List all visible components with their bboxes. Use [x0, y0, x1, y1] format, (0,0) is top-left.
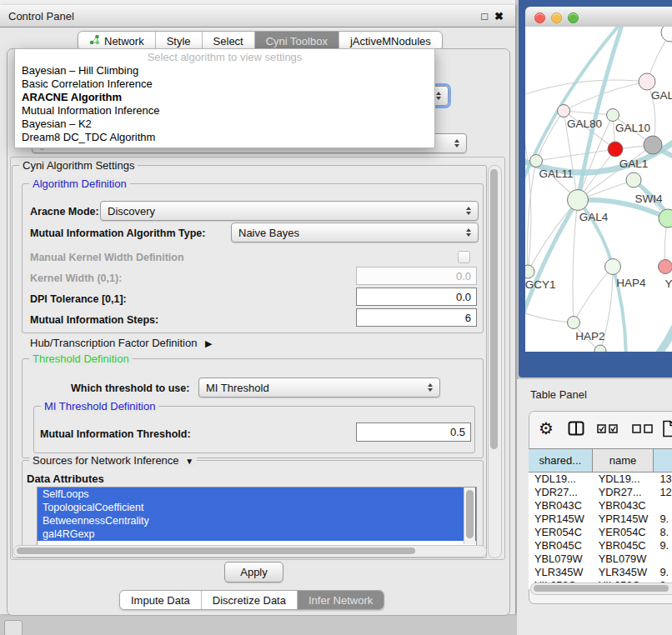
settings-vertical-scrollbar[interactable] [488, 165, 502, 558]
manual-kernel-label: Manual Kernel Width Definition [30, 252, 184, 263]
column-header-item[interactable] [654, 449, 672, 472]
node-swi4[interactable] [626, 172, 641, 188]
mi-steps-field[interactable]: 6 [356, 308, 477, 327]
algorithm-option-bayesian-hill-climbing[interactable]: Bayesian – Hill Climbing [15, 64, 434, 78]
dpi-tolerance-field[interactable]: 0.0 [356, 288, 477, 306]
network-canvas[interactable]: GALGAL80GAL10GAL1GAL11SWI4GAL4GCY1HAP4YH… [525, 27, 672, 352]
mi-type-label: Mutual Information Algorithm Type: [30, 228, 205, 239]
table-row[interactable]: YBR045CYBR045C9. [529, 539, 672, 552]
table-row[interactable]: YDR27...YDR27...12 [529, 486, 672, 499]
node-label-gal4: GAL4 [579, 211, 609, 223]
mi-algorithm-type-combobox[interactable]: Naive Bayes [231, 222, 479, 242]
split-column-icon[interactable] [568, 419, 584, 438]
table-horizontal-scrollbar[interactable] [530, 582, 672, 595]
node-gcy1[interactable] [525, 265, 534, 278]
network-edge[interactable] [527, 161, 536, 272]
checked-boxes-icon[interactable] [597, 419, 619, 438]
node-y[interactable] [659, 260, 672, 274]
network-edge[interactable] [574, 267, 613, 322]
table-cell: YPR145W [593, 512, 654, 526]
table-cell: YDL19... [529, 472, 593, 486]
network-window-titlebar[interactable] [525, 7, 672, 28]
apply-button[interactable]: Apply [224, 562, 283, 582]
network-edge[interactable] [525, 80, 647, 98]
network-edge[interactable] [564, 111, 613, 115]
node-gal80[interactable] [558, 105, 570, 118]
tab-network[interactable]: Network [78, 32, 155, 50]
combo-arrows-icon [459, 228, 471, 237]
control-panel-titlebar: Control Panel □ ✖ [0, 5, 515, 28]
node-item[interactable] [644, 136, 662, 154]
node-item[interactable] [594, 345, 606, 352]
attributes-list-scrollbar[interactable] [464, 488, 475, 544]
gear-icon[interactable]: ⚙ [539, 419, 554, 438]
sources-title[interactable]: Sources for Network Inference ▼ [29, 454, 197, 467]
data-attributes-list[interactable]: SelfLoopsTopologicalCoefficientBetweenne… [37, 487, 477, 547]
manual-kernel-checkbox[interactable] [458, 251, 470, 263]
table-row[interactable]: YBR043CYBR043C [529, 499, 672, 512]
tab-discretize-data[interactable]: Discretize Data [201, 591, 297, 609]
aracne-mode-combobox[interactable]: Discovery [100, 201, 479, 221]
table-row[interactable]: YDL19...YDL19...13 [529, 472, 672, 486]
algorithm-option-mutual-information-inference[interactable]: Mutual Information Inference [15, 104, 434, 118]
table-cell: 8. [654, 526, 672, 539]
network-edge[interactable] [573, 200, 578, 322]
collapsed-panel-icon[interactable] [4, 620, 23, 635]
tab-select[interactable]: Select [202, 32, 254, 50]
settings-horizontal-scrollbar[interactable] [13, 545, 487, 558]
network-edge[interactable] [536, 111, 564, 161]
table-cell: YBR043C [593, 499, 654, 512]
attribute-item-topologicalcoefficient[interactable]: TopologicalCoefficient [38, 501, 476, 514]
column-header-shared[interactable]: shared... [529, 449, 593, 472]
attribute-item-selfloops[interactable]: SelfLoops [38, 488, 476, 501]
attribute-item-betweennesscentrality[interactable]: BetweennessCentrality [38, 514, 476, 528]
network-graph[interactable]: GALGAL80GAL10GAL1GAL11SWI4GAL4GCY1HAP4YH… [525, 27, 672, 352]
combo-arrows-icon [448, 139, 459, 148]
attribute-item-gal4rgexp[interactable]: gal4RGexp [38, 528, 476, 541]
tab-infer-network[interactable]: Infer Network [297, 591, 384, 609]
mi-threshold-field[interactable]: 0.5 [356, 422, 471, 442]
network-edge[interactable] [635, 283, 672, 352]
tab-jactivemnodules[interactable]: jActiveMNodules [339, 32, 442, 50]
network-edge[interactable] [536, 149, 615, 161]
table-cell: YBR045C [593, 539, 654, 552]
table-row[interactable]: YER054CYER054C8. [529, 526, 672, 539]
document-icon[interactable] [662, 419, 672, 438]
algorithm-option-aracne-algorithm[interactable]: ARACNE Algorithm [15, 91, 434, 104]
tab-label: Cyni Toolbox [266, 35, 328, 48]
close-icon[interactable]: ✖ [494, 10, 504, 22]
kernel-width-field[interactable]: 0.0 [356, 267, 477, 285]
network-edge[interactable] [525, 98, 531, 272]
node-item[interactable] [661, 27, 672, 42]
tab-impute-data[interactable]: Impute Data [120, 591, 201, 609]
node-gal10[interactable] [607, 109, 619, 122]
tab-style[interactable]: Style [155, 32, 202, 50]
zoom-traffic-icon[interactable] [568, 12, 579, 23]
node-gal11[interactable] [530, 155, 543, 168]
algorithm-option-basic-correlation-inference[interactable]: Basic Correlation Inference [15, 78, 434, 91]
column-header-name[interactable]: name [593, 449, 654, 472]
network-edge[interactable] [525, 306, 574, 322]
hub-definition-toggle[interactable]: Hub/Transcription Factor Definition ▶ [30, 337, 212, 349]
network-view-window: GALGAL80GAL10GAL1GAL11SWI4GAL4GCY1HAP4YH… [519, 0, 672, 378]
minimize-traffic-icon[interactable] [551, 12, 562, 23]
node-gal[interactable] [639, 73, 655, 90]
node-item[interactable] [659, 209, 672, 228]
node-gal4[interactable] [568, 190, 589, 211]
node-hap4[interactable] [605, 259, 621, 275]
table-row[interactable]: YBL079WYBL079W [529, 552, 672, 566]
network-edge[interactable] [578, 200, 613, 267]
close-traffic-icon[interactable] [534, 12, 545, 23]
algorithm-option-bayesian-k2[interactable]: Bayesian – K2 [15, 118, 434, 131]
which-threshold-combobox[interactable]: MI Threshold [198, 378, 440, 398]
table-cell: 12 [654, 486, 672, 499]
node-gal1[interactable] [608, 142, 623, 157]
table-row[interactable]: YPR145WYPR145W9. [529, 512, 672, 526]
algorithm-option-dream8-dc-tdc-algorithm[interactable]: Dream8 DC_TDC Algorithm [15, 131, 434, 144]
node-hap2[interactable] [568, 317, 580, 329]
table-row[interactable]: YLR345WYLR345W9. [529, 566, 672, 579]
float-icon[interactable]: □ [481, 10, 488, 22]
tab-cyni-toolbox[interactable]: Cyni Toolbox [254, 32, 339, 50]
unchecked-boxes-icon[interactable] [632, 419, 654, 438]
node-label-gcy1: GCY1 [525, 278, 555, 291]
